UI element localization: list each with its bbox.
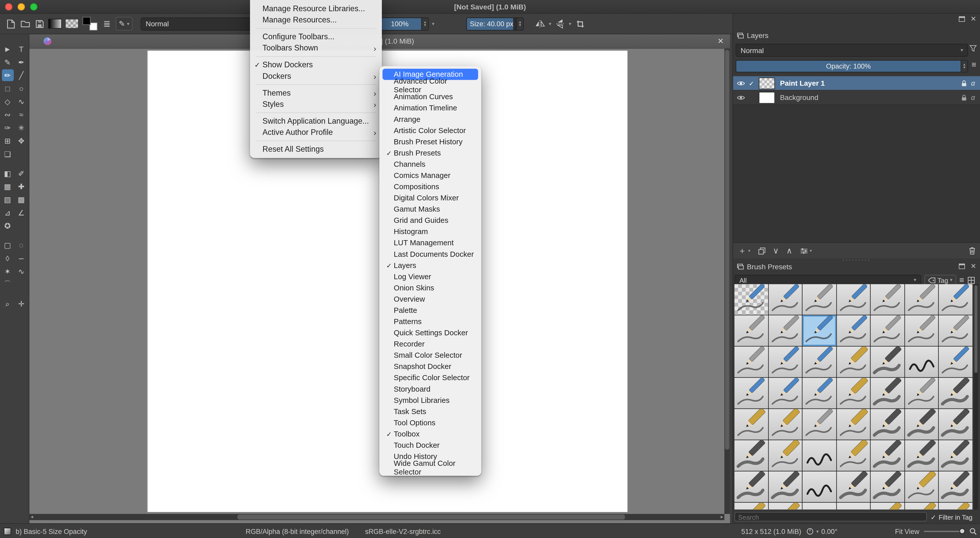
- brush-preset-21[interactable]: [939, 346, 972, 377]
- submenu-item-palette[interactable]: Palette: [383, 305, 478, 316]
- submenu-item-histogram[interactable]: Histogram: [383, 226, 478, 237]
- submenu-item-brush-presets[interactable]: ✓Brush Presets: [383, 148, 478, 159]
- brush-preset-38[interactable]: [803, 440, 836, 471]
- submenu-item-animation-timeline[interactable]: Animation Timeline: [383, 103, 478, 114]
- submenu-item-specific-color-selector[interactable]: Specific Color Selector: [383, 372, 478, 384]
- layer-blending-mode-select[interactable]: Normal▾: [735, 44, 968, 57]
- brush-preset-2[interactable]: [768, 284, 802, 315]
- tool-bezier-select[interactable]: ∿: [15, 265, 27, 278]
- submenu-item-arrange[interactable]: Arrange: [383, 114, 478, 125]
- gradient-swatch[interactable]: [48, 19, 62, 29]
- layer-opacity-slider[interactable]: Opacity: 100%▴▾: [735, 60, 968, 72]
- filter-in-tag-checkbox[interactable]: ✓Filter in Tag: [931, 513, 973, 521]
- submenu-item-symbol-libraries[interactable]: Symbol Libraries: [383, 395, 478, 406]
- menu-item-themes[interactable]: Themes›: [250, 87, 382, 99]
- submenu-item-quick-settings-docker[interactable]: Quick Settings Docker: [383, 327, 478, 338]
- brush-preset-3[interactable]: [803, 284, 836, 315]
- submenu-item-advanced-color-selector[interactable]: Advanced Color Selector: [383, 80, 478, 91]
- tool-bezier-curve[interactable]: ∾: [2, 109, 14, 121]
- brush-preset-30[interactable]: [768, 409, 802, 440]
- mirror-horizontal-dropdown-icon[interactable]: ▾: [549, 21, 551, 27]
- layer-lock-icon[interactable]: [961, 94, 967, 101]
- rotation-dropdown-icon[interactable]: ▾: [816, 528, 819, 534]
- move-layer-up-button[interactable]: ∧: [786, 246, 792, 255]
- save-button[interactable]: [34, 18, 45, 29]
- mirror-vertical-dropdown-icon[interactable]: ▾: [569, 21, 571, 27]
- submenu-item-snapshot-docker[interactable]: Snapshot Docker: [383, 361, 478, 372]
- brush-preset-16[interactable]: [768, 346, 802, 377]
- brush-preset-35[interactable]: [939, 409, 972, 440]
- size-spin-buttons[interactable]: ▴▾: [516, 18, 523, 30]
- layer-properties-button[interactable]: ▾: [800, 248, 812, 254]
- brush-preset-45[interactable]: [803, 471, 836, 502]
- open-document-button[interactable]: [19, 18, 30, 29]
- brush-preset-49[interactable]: [939, 471, 972, 502]
- docker-float-icon[interactable]: [959, 263, 965, 269]
- brush-preset-42[interactable]: [939, 440, 972, 471]
- tool-enclose-fill[interactable]: ▩: [15, 194, 27, 206]
- tool-reference-images[interactable]: ✪: [2, 220, 14, 232]
- tool-gradient[interactable]: ◧: [2, 167, 14, 179]
- brush-preset-33[interactable]: [871, 409, 904, 440]
- opacity-dropdown-icon[interactable]: ▾: [432, 21, 434, 27]
- brush-preset-9[interactable]: [768, 316, 802, 346]
- scroll-right-icon[interactable]: ▸: [721, 514, 723, 520]
- tool-edit-shapes[interactable]: ✎: [2, 56, 14, 68]
- size-slider[interactable]: Size: 40.00 px▴▾: [466, 17, 524, 30]
- tool-polygonal-select[interactable]: ◊: [2, 252, 14, 264]
- mirror-vertical-button[interactable]: [555, 18, 566, 29]
- submenu-item-recorder[interactable]: Recorder: [383, 338, 478, 349]
- brush-preset-7[interactable]: [939, 284, 972, 315]
- tool-magnetic-select[interactable]: ⌒: [2, 278, 14, 290]
- brush-grid-scrollbar[interactable]: [974, 284, 978, 509]
- duplicate-layer-button[interactable]: [758, 247, 765, 254]
- brush-preset-8[interactable]: [735, 316, 768, 346]
- workspace-chooser-icon[interactable]: ≣: [101, 18, 113, 29]
- brush-preset-52[interactable]: [803, 503, 836, 509]
- tool-select-shapes[interactable]: ►: [2, 43, 14, 55]
- brush-preset-17[interactable]: [803, 346, 836, 377]
- submenu-item-layers[interactable]: ✓Layers: [383, 260, 478, 271]
- trim-canvas-button[interactable]: [574, 18, 586, 29]
- brush-preset-6[interactable]: [905, 284, 939, 315]
- tag-button[interactable]: Tag ▾: [924, 275, 956, 286]
- submenu-item-task-sets[interactable]: Task Sets: [383, 406, 478, 417]
- menu-item-toolbars-shown[interactable]: Toolbars Shown›: [250, 43, 382, 54]
- brush-preset-29[interactable]: [735, 409, 768, 440]
- docker-close-icon[interactable]: ✕: [970, 263, 977, 269]
- submenu-item-digital-colors-mixer[interactable]: Digital Colors Mixer: [383, 192, 478, 203]
- scroll-left-icon[interactable]: ◂: [30, 514, 33, 520]
- docker-float-icon[interactable]: [959, 16, 965, 22]
- docker-splitter-handle[interactable]: ·········: [733, 258, 980, 263]
- brush-preset-41[interactable]: [905, 440, 939, 471]
- menu-item-styles[interactable]: Styles›: [250, 99, 382, 110]
- tool-rectangle[interactable]: □: [2, 83, 14, 94]
- brush-preset-54[interactable]: [871, 503, 904, 509]
- brush-preset-19[interactable]: [871, 346, 904, 377]
- menu-item-active-author-profile[interactable]: Active Author Profile›: [250, 127, 382, 138]
- submenu-item-tool-options[interactable]: Tool Options: [383, 417, 478, 428]
- brush-preset-27[interactable]: [905, 378, 939, 408]
- brush-grid-scrollbar-thumb[interactable]: [974, 285, 977, 373]
- tool-freehand-select[interactable]: ∽: [15, 252, 27, 264]
- submenu-item-channels[interactable]: Channels: [383, 159, 478, 170]
- brush-preset-36[interactable]: [735, 440, 768, 471]
- brush-preset-12[interactable]: [871, 316, 904, 346]
- tool-multibrush[interactable]: ✳: [15, 122, 27, 134]
- tool-line[interactable]: ╱: [15, 69, 27, 81]
- zoom-slider[interactable]: [924, 531, 965, 532]
- delete-layer-button[interactable]: [969, 246, 976, 255]
- alpha-lock-icon[interactable]: α: [971, 94, 975, 101]
- brush-preset-13[interactable]: [905, 316, 939, 346]
- tool-text[interactable]: T: [15, 43, 27, 55]
- brush-preset-1[interactable]: [735, 284, 768, 315]
- brush-preset-26[interactable]: [871, 378, 904, 408]
- submenu-item-toolbox[interactable]: ✓Toolbox: [383, 428, 478, 440]
- tag-filter-select[interactable]: All▾: [735, 275, 921, 286]
- tool-polyline[interactable]: ∿: [15, 95, 27, 108]
- layer-row-paint-layer-1[interactable]: ✓Paint Layer 1α: [733, 76, 980, 90]
- brush-preset-43[interactable]: [735, 471, 768, 502]
- submenu-item-small-color-selector[interactable]: Small Color Selector: [383, 349, 478, 361]
- menu-item-show-dockers[interactable]: ✓Show Dockers: [250, 59, 382, 71]
- tool-elliptical-select[interactable]: ◌: [15, 239, 27, 251]
